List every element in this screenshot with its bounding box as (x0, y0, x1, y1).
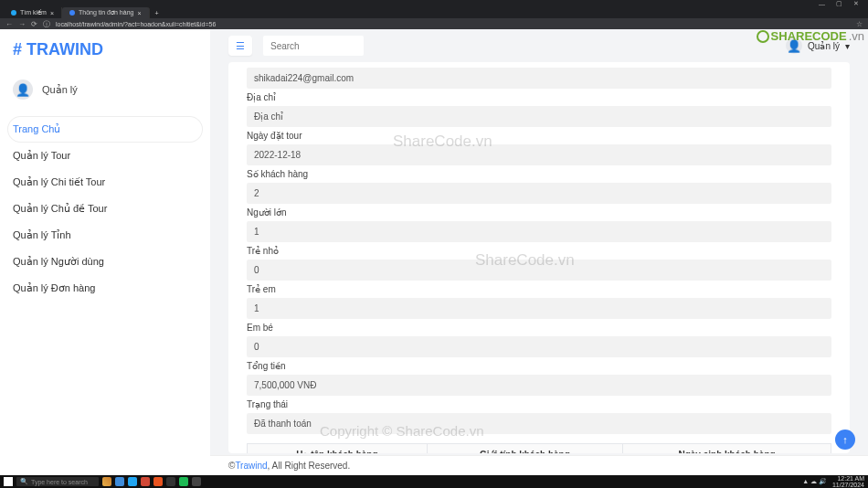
sidebar-item[interactable]: Quản lý Người dùng (0, 249, 210, 275)
reload-icon[interactable]: ⟳ (31, 20, 37, 28)
menu-toggle-button[interactable]: ☰ (228, 36, 252, 56)
sidebar-nav: Trang ChủQuản lý TourQuản lý Chi tiết To… (0, 116, 210, 302)
field-value: shikadai224@gmail.com (247, 68, 831, 89)
field-label: Ngày đặt tour (247, 131, 831, 141)
taskbar-app[interactable] (153, 477, 163, 486)
customers-table: Họ tên khách hàngGiới tính khách hàngNgà… (247, 443, 831, 453)
tab-close-icon[interactable]: × (137, 10, 141, 16)
tab-label: Tìm kiếm (20, 9, 47, 16)
field-value: 0 (247, 336, 831, 357)
minimize-icon[interactable]: — (819, 1, 825, 7)
star-icon[interactable]: ☆ (856, 20, 863, 28)
field-value: Đã thanh toán (247, 413, 831, 434)
back-icon[interactable]: ← (5, 20, 13, 28)
search-input[interactable] (263, 36, 364, 56)
table-header: Họ tên khách hàng (248, 444, 428, 454)
sidebar: # TRAWIND Quản lý Trang ChủQuản lý TourQ… (0, 29, 210, 475)
sidebar-item[interactable]: Quản lý Tour (0, 143, 210, 169)
field-value: Địa chỉ (247, 106, 831, 127)
watermark-logo: SHARECODE.vn (757, 29, 864, 43)
taskbar-app[interactable] (166, 477, 175, 486)
windows-taskbar: 🔍 Type here to search ▲ ☁ 🔊 12:21 AM 11/… (0, 475, 868, 488)
close-icon[interactable]: ✕ (853, 0, 859, 7)
field-label: Trạng thái (247, 399, 831, 409)
sidebar-item[interactable]: Trang Chủ (7, 116, 203, 143)
taskbar-app[interactable] (115, 477, 124, 486)
brand-logo[interactable]: # TRAWIND (0, 40, 210, 72)
sidebar-item[interactable]: Quản lý Tỉnh (0, 222, 210, 249)
taskbar-app[interactable] (179, 477, 188, 486)
footer-brand-link[interactable]: Trawind (235, 461, 267, 471)
field-label: Trẻ em (247, 284, 831, 294)
field-value: 1 (247, 221, 831, 242)
taskbar-search[interactable]: 🔍 Type here to search (16, 477, 99, 486)
taskbar-app[interactable] (102, 477, 111, 486)
new-tab-button[interactable]: + (150, 10, 164, 16)
sidebar-item[interactable]: Quản lý Chủ đề Tour (0, 196, 210, 222)
main-area: ☰ Quản lý ▾ shikadai224@gmail.comĐịa chỉ… (210, 29, 868, 475)
field-value: 2022-12-18 (247, 144, 831, 165)
browser-tabs: Tìm kiếm× Thông tin đơn hàng× + (0, 7, 868, 18)
field-value: 7,500,000 VNĐ (247, 375, 831, 396)
info-icon: ⓘ (43, 19, 50, 29)
field-label: Địa chỉ (247, 92, 831, 102)
table-header: Ngày sinh khách hàng (623, 444, 831, 454)
tab-icon (69, 10, 75, 16)
order-card: shikadai224@gmail.comĐịa chỉĐịa chỉNgày … (228, 62, 850, 453)
footer: © Trawind , All Right Reserved. (210, 455, 868, 475)
table-header-row: Họ tên khách hàngGiới tính khách hàngNgà… (248, 444, 831, 454)
field-label: Tổng tiền (247, 361, 831, 371)
taskbar-app[interactable] (128, 477, 137, 486)
sidebar-item[interactable]: Quản lý Đơn hàng (0, 275, 210, 302)
field-value: 1 (247, 298, 831, 319)
window-controls: — ▢ ✕ (0, 0, 868, 7)
browser-tab[interactable]: Thông tin đơn hàng× (62, 7, 150, 18)
address-bar: ← → ⟳ ⓘ localhost/trawind/admin/?act=hoa… (0, 18, 868, 29)
tab-label: Thông tin đơn hàng (79, 9, 133, 16)
field-value: 2 (247, 183, 831, 204)
clock-time: 12:21 AM (837, 475, 864, 482)
field-label: Trẻ nhỏ (247, 246, 831, 256)
tray-icons[interactable]: ▲ ☁ 🔊 (802, 478, 827, 485)
maximize-icon[interactable]: ▢ (836, 0, 842, 7)
tab-icon (11, 10, 16, 16)
taskbar-app[interactable] (192, 477, 201, 486)
user-role: Quản lý (42, 84, 78, 96)
forward-icon[interactable]: → (18, 20, 26, 28)
sidebar-user: Quản lý (0, 72, 210, 116)
field-value: 0 (247, 260, 831, 281)
avatar-icon (13, 80, 33, 100)
scroll-top-button[interactable]: ↑ (835, 430, 855, 450)
url-text[interactable]: localhost/trawind/admin/?act=hoadon&xuli… (56, 21, 851, 27)
app-viewport: SHARECODE.vn ShareCode.vn ShareCode.vn C… (0, 29, 868, 475)
taskbar-app[interactable] (141, 477, 150, 486)
tab-close-icon[interactable]: × (50, 10, 54, 16)
sidebar-item[interactable]: Quản lý Chi tiết Tour (0, 169, 210, 196)
field-label: Số khách hàng (247, 169, 831, 179)
clock-date: 11/27/2024 (832, 482, 864, 488)
browser-tab[interactable]: Tìm kiếm× (4, 7, 62, 18)
system-tray[interactable]: ▲ ☁ 🔊 12:21 AM 11/27/2024 (802, 475, 864, 488)
table-header: Giới tính khách hàng (427, 444, 622, 454)
recycle-icon (757, 30, 769, 43)
field-label: Em bé (247, 323, 831, 333)
start-button[interactable] (4, 477, 13, 486)
field-label: Người lớn (247, 207, 831, 217)
